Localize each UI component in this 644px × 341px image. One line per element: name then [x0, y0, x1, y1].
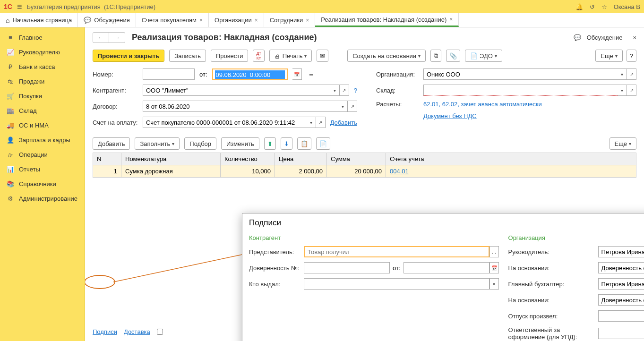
- close-doc[interactable]: ×: [633, 34, 636, 41]
- close-icon[interactable]: ×: [306, 17, 309, 24]
- post-close-button[interactable]: Провести и закрыть: [93, 50, 164, 62]
- sidebar-item-purchases[interactable]: 🛒Покупки: [0, 89, 85, 103]
- nav-back[interactable]: ←: [93, 33, 109, 43]
- close-icon[interactable]: ×: [449, 16, 453, 23]
- cart-icon: 🛒: [7, 93, 14, 100]
- head-input[interactable]: [598, 246, 644, 257]
- col-nomenclature[interactable]: Номенклатура: [121, 153, 221, 165]
- dropdown-icon[interactable]: ▾: [307, 117, 316, 128]
- tab-realization[interactable]: Реализация товаров: Накладная (создание)…: [315, 13, 459, 27]
- calendar-icon[interactable]: 📅: [489, 262, 499, 273]
- edit-row-button[interactable]: Изменить: [221, 137, 259, 150]
- tab-employees[interactable]: Сотрудники×: [264, 13, 315, 27]
- history-icon[interactable]: ↺: [590, 3, 595, 10]
- sidebar-item-admin[interactable]: ⚙Администрирование: [0, 191, 85, 206]
- open-icon[interactable]: ↗: [316, 117, 326, 128]
- sidebar-item-manager[interactable]: 📈Руководителю: [0, 45, 85, 60]
- poa-number-input[interactable]: [304, 262, 390, 273]
- dropdown-icon[interactable]: ▾: [338, 101, 348, 112]
- sidebar-item-main[interactable]: ≡Главное: [0, 30, 85, 45]
- tab-home[interactable]: ⌂Начальная страница: [0, 13, 78, 27]
- dropdown-icon[interactable]: ▾: [489, 278, 499, 290]
- org-input[interactable]: [423, 68, 618, 80]
- fill-button[interactable]: Заполнить ▾: [135, 137, 180, 150]
- sidebar-item-sales[interactable]: 🛍Продажи: [0, 74, 85, 89]
- col-sum[interactable]: Сумма: [327, 153, 386, 165]
- move-up-button[interactable]: ⬆: [264, 137, 276, 150]
- table-row[interactable]: 1 Сумка дорожная 10,000 2 000,00 20 000,…: [93, 165, 636, 177]
- number-input[interactable]: [143, 68, 195, 80]
- help-contractor[interactable]: ?: [354, 87, 357, 94]
- tab-orgs[interactable]: Организации×: [209, 13, 264, 27]
- sidebar-item-warehouse[interactable]: 🏬Склад: [0, 103, 85, 118]
- accountant-input[interactable]: [598, 278, 644, 290]
- signatures-link[interactable]: Подписи: [93, 328, 117, 335]
- ellipsis-icon[interactable]: …: [489, 246, 499, 257]
- pick-button[interactable]: Подбор: [184, 137, 216, 150]
- poa-date-input[interactable]: [404, 262, 489, 273]
- tab-invoices[interactable]: Счета покупателям×: [136, 13, 209, 27]
- sidebar-item-hr[interactable]: 👤Зарплата и кадры: [0, 133, 85, 147]
- discuss-link[interactable]: Обсуждение: [587, 34, 623, 41]
- responsible-input[interactable]: [598, 328, 644, 339]
- open-icon[interactable]: ↗: [340, 85, 349, 96]
- tab-discussions[interactable]: 💬Обсуждения: [78, 13, 136, 27]
- issued-by-input[interactable]: [304, 278, 489, 290]
- close-icon[interactable]: ×: [255, 17, 258, 24]
- col-qty[interactable]: Количество: [221, 153, 275, 165]
- star-icon[interactable]: ☆: [601, 3, 607, 10]
- open-icon[interactable]: ↗: [627, 68, 636, 80]
- calendar-icon[interactable]: 📅: [292, 68, 302, 80]
- user-name[interactable]: Оксана В: [614, 3, 640, 10]
- open-icon[interactable]: ↗: [627, 85, 636, 96]
- print-button[interactable]: 🖨 Печать ▾: [269, 50, 312, 62]
- table-more-button[interactable]: Еще ▾: [610, 137, 636, 150]
- dtkt-button[interactable]: ДтКт: [253, 50, 264, 62]
- form-icon[interactable]: ☰: [307, 68, 316, 80]
- structure-button[interactable]: ⧉: [430, 50, 441, 62]
- col-account[interactable]: Счета учета: [386, 153, 636, 165]
- invoice-input[interactable]: [143, 117, 307, 128]
- col-price[interactable]: Цена: [275, 153, 327, 165]
- delivery-link[interactable]: Доставка: [124, 328, 150, 335]
- warehouse-input[interactable]: [423, 85, 618, 96]
- dropdown-icon[interactable]: ▾: [330, 85, 340, 96]
- copy-button[interactable]: 📋: [297, 137, 311, 150]
- novat-link[interactable]: Документ без НДС: [423, 112, 477, 119]
- move-down-button[interactable]: ⬇: [281, 137, 292, 150]
- release-input[interactable]: [598, 310, 644, 322]
- date-input[interactable]: [215, 70, 285, 79]
- col-n[interactable]: N: [93, 153, 121, 165]
- basis1-input[interactable]: [598, 262, 644, 273]
- dropdown-icon[interactable]: ▾: [618, 85, 627, 96]
- account-link[interactable]: 004.01: [390, 168, 409, 175]
- basis2-input[interactable]: [598, 294, 644, 306]
- calc-link[interactable]: 62.01, 62.02, зачет аванса автоматически: [423, 101, 542, 108]
- save-button[interactable]: Записать: [169, 50, 206, 62]
- nav-forward[interactable]: →: [109, 33, 125, 43]
- representative-input[interactable]: [304, 246, 489, 257]
- open-icon[interactable]: ↗: [348, 101, 357, 112]
- more-button[interactable]: Еще ▾: [595, 50, 622, 62]
- contract-input[interactable]: [143, 101, 338, 112]
- sidebar-item-catalogs[interactable]: 📚Справочники: [0, 177, 85, 191]
- attach-button[interactable]: 📎: [446, 50, 460, 62]
- mail-button[interactable]: ✉: [317, 50, 328, 62]
- paste-button[interactable]: 📄: [316, 137, 330, 150]
- edo-button[interactable]: 📄 ЭДО ▾: [465, 50, 502, 62]
- sidebar-item-reports[interactable]: 📊Отчеты: [0, 162, 85, 177]
- post-button[interactable]: Провести: [211, 50, 249, 62]
- sidebar-item-bank[interactable]: ₽Банк и касса: [0, 60, 85, 74]
- add-invoice-link[interactable]: Добавить: [330, 119, 357, 126]
- main-menu-icon[interactable]: ≡: [17, 2, 22, 12]
- sidebar-item-assets[interactable]: 🚚ОС и НМА: [0, 118, 85, 133]
- close-icon[interactable]: ×: [199, 17, 203, 24]
- delivery-checkbox[interactable]: [157, 329, 163, 335]
- dropdown-icon[interactable]: ▾: [618, 68, 627, 80]
- create-based-button[interactable]: Создать на основании ▾: [347, 50, 426, 62]
- help-button[interactable]: ?: [627, 50, 636, 62]
- sidebar-item-operations[interactable]: ДтОперации: [0, 147, 85, 162]
- add-row-button[interactable]: Добавить: [93, 137, 130, 150]
- bell-icon[interactable]: 🔔: [575, 3, 583, 10]
- contractor-input[interactable]: [143, 85, 330, 96]
